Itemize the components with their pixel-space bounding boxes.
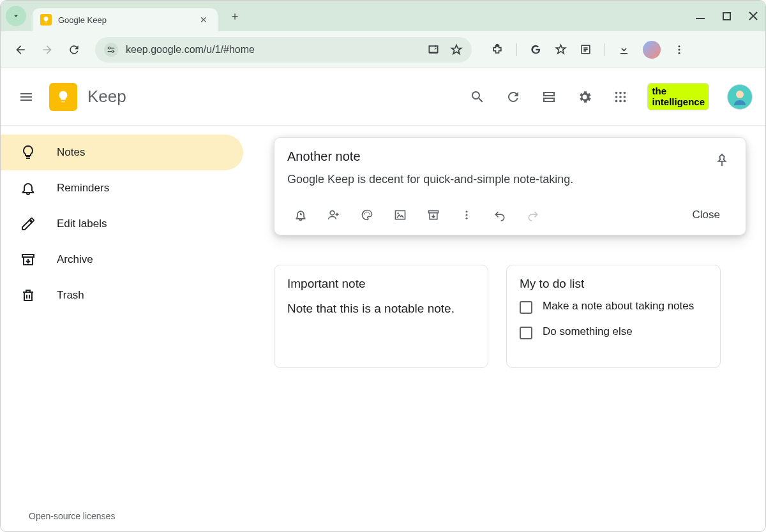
maximize-button[interactable]: [723, 12, 731, 20]
chrome-menu-icon[interactable]: [673, 44, 685, 55]
archive-icon: [20, 252, 36, 267]
profile-avatar[interactable]: [643, 41, 661, 59]
app-title: Keep: [87, 87, 126, 107]
svg-point-24: [365, 212, 366, 213]
tab-search-dropdown[interactable]: [6, 6, 26, 26]
bell-icon: [20, 181, 36, 196]
sidebar-item-trash[interactable]: Trash: [1, 277, 243, 313]
browser-toolbar: keep.google.com/u/1/#home: [1, 31, 765, 68]
svg-point-7: [679, 45, 680, 47]
content-area: Another note Google Keep is decent for q…: [248, 126, 765, 532]
sidebar: Notes Reminders Edit labels Archive Tras…: [1, 126, 248, 532]
svg-point-8: [679, 48, 680, 50]
todo-item[interactable]: Do something else: [520, 325, 707, 339]
lightbulb-icon: [20, 145, 36, 160]
svg-point-23: [364, 213, 365, 214]
svg-rect-4: [429, 52, 437, 54]
svg-rect-10: [544, 92, 554, 96]
site-settings-icon[interactable]: [104, 43, 118, 57]
downloads-icon[interactable]: [618, 43, 630, 55]
toolbar-separator: [605, 43, 605, 56]
note-card[interactable]: Important note Note that this is a notab…: [274, 265, 488, 368]
toolbar-separator: [516, 43, 517, 56]
browser-tab-strip: Google Keep ✕ ＋: [1, 1, 765, 31]
sidebar-label: Archive: [57, 253, 93, 266]
refresh-icon[interactable]: [504, 88, 522, 106]
note-editor[interactable]: Another note Google Keep is decent for q…: [274, 137, 746, 235]
close-button[interactable]: Close: [680, 203, 733, 226]
checkbox-icon[interactable]: [520, 327, 532, 339]
svg-point-17: [624, 96, 626, 98]
account-avatar[interactable]: [727, 84, 753, 110]
archive-note-icon[interactable]: [420, 202, 447, 228]
apps-grid-icon[interactable]: [612, 88, 629, 106]
svg-point-21: [736, 91, 744, 98]
forward-button[interactable]: [36, 39, 58, 61]
address-bar[interactable]: keep.google.com/u/1/#home: [95, 37, 472, 63]
app-body: Notes Reminders Edit labels Archive Tras…: [1, 126, 765, 532]
sidebar-item-reminders[interactable]: Reminders: [1, 170, 243, 206]
sidebar-item-notes[interactable]: Notes: [1, 135, 243, 170]
svg-point-16: [620, 96, 622, 98]
svg-point-15: [615, 96, 618, 98]
list-view-icon[interactable]: [540, 88, 558, 106]
pin-icon[interactable]: [711, 149, 733, 171]
bookmark-icon[interactable]: [555, 43, 567, 55]
todo-text: Do something else: [543, 325, 633, 338]
svg-point-26: [369, 213, 370, 214]
licenses-link[interactable]: Open-source licenses: [29, 511, 115, 521]
keep-favicon: [40, 14, 52, 26]
main-menu-button[interactable]: [13, 84, 39, 110]
svg-point-22: [330, 211, 334, 215]
note-card-title: Important note: [287, 277, 475, 291]
svg-point-12: [615, 91, 618, 94]
trash-icon: [20, 288, 36, 303]
settings-gear-icon[interactable]: [576, 88, 594, 106]
install-app-icon[interactable]: [427, 43, 440, 56]
search-icon[interactable]: [469, 88, 486, 106]
note-card[interactable]: My to do list Make a note about taking n…: [506, 265, 721, 368]
reading-list-icon[interactable]: [580, 43, 592, 55]
svg-point-31: [466, 218, 468, 219]
todo-item[interactable]: Make a note about taking notes: [520, 300, 707, 314]
svg-rect-27: [396, 211, 405, 219]
back-button[interactable]: [10, 39, 31, 61]
url-text: keep.google.com/u/1/#home: [126, 44, 427, 55]
svg-point-13: [620, 91, 622, 94]
tab-close-button[interactable]: ✕: [197, 15, 210, 25]
more-icon[interactable]: [453, 202, 480, 228]
add-image-icon[interactable]: [387, 202, 414, 228]
undo-icon[interactable]: [486, 202, 513, 228]
sidebar-label: Trash: [57, 289, 84, 302]
minimize-button[interactable]: [696, 11, 705, 20]
window-controls: [696, 1, 758, 31]
collaborator-icon[interactable]: [320, 202, 347, 228]
svg-point-14: [624, 91, 626, 94]
remind-me-icon[interactable]: [287, 202, 314, 228]
svg-point-30: [466, 214, 468, 216]
extensions-icon[interactable]: [491, 43, 504, 56]
sidebar-item-edit-labels[interactable]: Edit labels: [1, 206, 243, 242]
svg-point-28: [397, 212, 399, 214]
new-tab-button[interactable]: ＋: [227, 6, 243, 26]
svg-rect-0: [696, 18, 705, 19]
reload-button[interactable]: [63, 39, 85, 61]
checkbox-icon[interactable]: [520, 301, 532, 314]
svg-rect-11: [544, 98, 554, 101]
close-window-button[interactable]: [749, 11, 758, 20]
sidebar-label: Reminders: [57, 182, 109, 195]
tab-title: Google Keep: [58, 15, 197, 25]
svg-point-9: [679, 52, 680, 54]
bookmark-star-icon[interactable]: [450, 43, 463, 56]
svg-point-20: [624, 100, 626, 102]
editor-title[interactable]: Another note: [287, 149, 361, 164]
redo-icon[interactable]: [520, 202, 546, 228]
note-card-title: My to do list: [520, 277, 707, 291]
browser-tab[interactable]: Google Keep ✕: [33, 8, 218, 31]
svg-point-18: [615, 100, 618, 102]
editor-body[interactable]: Google Keep is decent for quick-and-simp…: [287, 173, 733, 186]
palette-icon[interactable]: [354, 202, 380, 228]
sidebar-item-archive[interactable]: Archive: [1, 242, 243, 277]
google-icon[interactable]: [530, 43, 542, 55]
intelligence-badge[interactable]: the intelligence: [647, 83, 709, 110]
